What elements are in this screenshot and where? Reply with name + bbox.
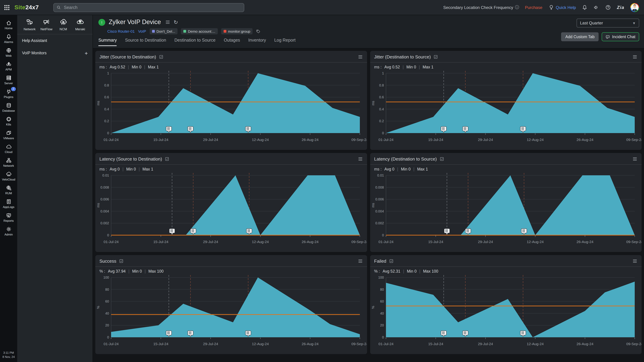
tool-meraki[interactable]: Meraki [72,18,88,31]
tab-source-to-destination[interactable]: Source to Destination [125,38,166,46]
svg-text:0.004: 0.004 [100,209,109,213]
sidebar-item-velocloud[interactable]: VeloCloud [0,169,17,183]
sidebar-item-database[interactable]: Database [0,100,17,114]
tab-destination-to-source[interactable]: Destination to Source [174,38,216,46]
tool-network[interactable]: Network [21,18,38,31]
svg-text:0.2: 0.2 [104,119,109,123]
stats-max: Max 100 [148,269,164,273]
clock-timestamp: 3:11 PM8 Nov, 24 [2,351,15,359]
expand-chart-icon[interactable] [389,259,394,263]
search-input[interactable] [63,5,241,10]
panel-menu-icon[interactable] [358,259,363,264]
add-monitor-plus-icon[interactable]: + [85,50,88,56]
panel-menu-icon[interactable] [632,156,638,162]
sidebar-item-cloud[interactable]: Cloud [0,142,17,155]
panel-menu-icon[interactable] [632,259,638,264]
sidebar-item-network[interactable]: Network [0,155,17,169]
notifications-bell-icon[interactable] [582,4,588,10]
announcements-megaphone-icon[interactable] [594,4,599,10]
user-avatar[interactable] [630,3,639,12]
rail-item-label: Admin [4,233,13,236]
sidebar-item-k8s[interactable]: K8s [0,114,17,128]
area-chart[interactable]: 00.20.40.60.8101-Jul-2415-Jul-2429-Jul-2… [95,69,367,143]
annotation-bubble-icon[interactable] [169,229,175,235]
incident-chat-button[interactable]: Incident Chat [602,32,639,41]
sidebar-item-voip-monitors[interactable]: VoIP Monitors+ [17,47,92,59]
y-axis-label: ms [96,101,100,105]
tag-label: Demo account:... [188,29,215,33]
sidebar-item-alarms[interactable]: Alarms [0,32,17,45]
plugins-icon [6,88,12,94]
device-link[interactable]: Cisco Router-01 [107,29,135,33]
site24x7-logo[interactable]: Site24x7 [14,4,39,11]
info-icon[interactable]: ⓘ [515,4,519,10]
period-select[interactable]: Last Quarter▼ [576,18,639,27]
monitor-type-link[interactable]: VoIP [138,29,146,33]
area-chart[interactable]: 00.20.40.60.8101-Jul-2415-Jul-2429-Jul-2… [370,69,642,143]
svg-text:12-Aug-24: 12-Aug-24 [527,240,544,244]
purchase-link[interactable]: Purchase [525,5,542,10]
sidebar-item-web[interactable]: Web [0,45,17,59]
svg-text:09-Sep-24: 09-Sep-24 [352,342,367,346]
tab-inventory[interactable]: Inventory [248,38,266,46]
sidebar-item-admin[interactable]: Admin [0,224,17,238]
status-up-icon: ↑ [98,19,105,26]
add-custom-tab-button[interactable]: Add Custom Tab [561,32,599,41]
stats-min: Min 0 [401,167,410,171]
svg-text:0: 0 [107,335,109,339]
sidebar-item-server[interactable]: Server [0,73,17,87]
stats-unit: % : [100,269,105,273]
area-chart[interactable]: 02040608010001-Jul-2415-Jul-2429-Jul-241… [370,273,642,348]
zia-icon[interactable]: Zia [617,5,624,10]
panel-title: Success [100,259,116,264]
tab-summary[interactable]: Summary [98,38,117,46]
quick-help-link[interactable]: Quick Help [548,4,576,10]
tag-chip-2[interactable]: monitor:group [221,28,253,34]
svg-text:1: 1 [382,71,384,75]
sidebar-item-reports[interactable]: Reports [0,210,17,224]
sidebar-item-help-assistant[interactable]: Help Assistant [17,34,92,47]
refresh-icon[interactable]: ↻ [174,19,178,25]
vmware-icon [6,130,12,136]
svg-text:0.002: 0.002 [100,221,109,225]
search-icon [56,5,61,10]
tag-chip-1[interactable]: Demo account:... [181,28,218,34]
svg-text:26-Aug-24: 26-Aug-24 [302,138,318,142]
sidebar-item-applogs[interactable]: AppLogs [0,197,17,210]
panel-menu-icon[interactable] [358,54,363,59]
svg-text:01-Jul-24: 01-Jul-24 [104,138,119,142]
area-chart[interactable]: 00.0020.0040.0060.0080.0101-Jul-2415-Jul… [370,171,642,246]
tool-ncm[interactable]: NCM [55,18,72,31]
annotation-bubble-icon[interactable] [444,229,450,235]
expand-chart-icon[interactable] [119,259,124,263]
rail-item-label: Home [5,26,12,30]
global-search[interactable] [53,3,244,12]
panel-menu-icon[interactable] [358,156,363,162]
app-grid-icon[interactable] [4,4,10,11]
area-chart[interactable]: 02040608010001-Jul-2415-Jul-2429-Jul-241… [95,273,367,348]
tab-log-report[interactable]: Log Report [274,38,296,46]
title-menu-icon[interactable] [165,19,170,25]
area-chart[interactable]: 00.0020.0040.0060.0080.0101-Jul-2415-Jul… [95,171,367,246]
expand-chart-icon[interactable] [159,55,163,59]
tool-netflow[interactable]: NetFlow [38,18,55,31]
sidebar-item-plugins[interactable]: Plugins2 [0,87,17,100]
expand-chart-icon[interactable] [165,157,169,161]
expand-chart-icon[interactable] [440,157,444,161]
stats-min: Min 0 [407,269,416,273]
tab-outages[interactable]: Outages [224,38,240,46]
panel-menu-icon[interactable] [632,54,638,59]
sidebar-item-apm[interactable]: APM [0,59,17,73]
sidebar-item-home[interactable]: Home [0,18,17,32]
svg-text:0.6: 0.6 [379,95,384,99]
svg-text:80: 80 [105,288,109,291]
tag-icon[interactable] [256,29,260,33]
y-axis-label: % [96,306,100,309]
tag-chip-0[interactable]: Don't_Del... [150,28,178,34]
sidebar-item-vmware[interactable]: VMware [0,128,17,142]
help-question-icon[interactable] [605,4,611,10]
svg-text:0.4: 0.4 [104,107,109,111]
svg-text:09-Sep-24: 09-Sep-24 [352,138,367,142]
expand-chart-icon[interactable] [434,55,438,59]
sidebar-item-rum[interactable]: RUM [0,183,17,197]
